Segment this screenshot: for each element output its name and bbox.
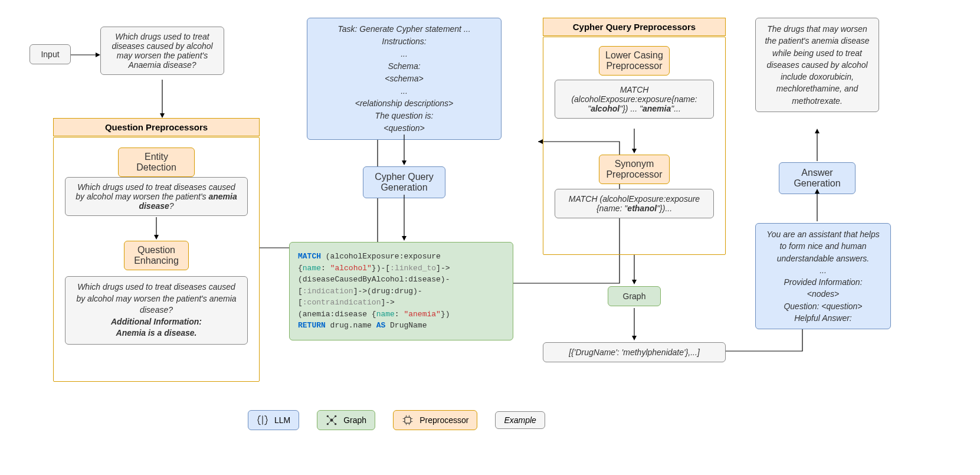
t: LLM	[274, 415, 290, 425]
t: Schema:	[388, 61, 420, 71]
graph-result: [{'DrugName': 'methylphenidate'},...]	[543, 342, 726, 362]
qp-title: Question Preprocessors	[53, 118, 260, 136]
lower-casing-label: Lower Casing Preprocessor	[599, 46, 670, 76]
t: <relationship descriptions>	[355, 99, 454, 108]
svg-marker-15	[632, 280, 637, 284]
svg-line-31	[332, 420, 336, 424]
svg-marker-22	[815, 189, 820, 194]
svg-marker-13	[632, 149, 637, 153]
arrow	[814, 189, 820, 221]
graph-node: Graph	[608, 286, 661, 306]
svg-marker-5	[154, 235, 159, 240]
legend-preprocessor: Preprocessor	[393, 410, 477, 430]
t: Helpful Answer:	[794, 313, 852, 323]
svg-marker-17	[632, 336, 637, 340]
t: Example	[504, 415, 536, 425]
t: Graph	[343, 415, 366, 425]
svg-line-29	[332, 416, 336, 420]
t: Lower Casing Preprocessor	[605, 50, 663, 71]
graph-icon	[326, 414, 337, 426]
t: Cypher Query Generation	[375, 172, 434, 192]
t: <schema>	[385, 74, 423, 83]
t: ...	[401, 86, 408, 96]
question-enhancing-label: Question Enhancing	[124, 241, 189, 270]
bold: Anemia is a disease.	[116, 328, 197, 338]
arrow	[401, 195, 407, 241]
t: "}) ... "	[620, 104, 643, 113]
t: "})...	[657, 204, 672, 213]
question-enhancing-example: Which drugs used to treat diseases cause…	[65, 276, 248, 345]
input-label: Input	[30, 44, 71, 64]
svg-marker-10	[402, 236, 407, 241]
arrow	[631, 129, 637, 153]
svg-marker-1	[96, 53, 100, 57]
arrow	[814, 129, 820, 161]
t: <question>	[384, 123, 424, 133]
entity-detection-example: Which drugs used to treat diseases cause…	[65, 177, 248, 216]
text: Question Enhancing	[134, 245, 179, 266]
legend-llm: LLM	[248, 410, 299, 430]
svg-line-30	[328, 420, 332, 424]
cqp-title: Cypher Query Preprocessors	[543, 18, 726, 36]
lower-casing-example: MATCH (alcoholExposure:exposure{name: "a…	[555, 80, 714, 119]
legend-example: Example	[495, 411, 545, 429]
svg-marker-20	[815, 129, 820, 133]
text: Which drugs used to treat diseases cause…	[76, 282, 236, 315]
bold: Additional Information:	[111, 317, 202, 326]
brain-icon	[257, 414, 268, 426]
t: <nodes>	[807, 289, 840, 299]
t: Task: Generate Cypher statement ...	[337, 24, 470, 34]
b: ethanol	[627, 204, 657, 213]
cypher-code-output: MATCH (alcoholExposure:exposure {name: "…	[289, 242, 513, 340]
t: Provided Information:	[784, 277, 862, 287]
input-question: Which drugs used to treat diseases cause…	[100, 27, 224, 75]
arrow	[71, 52, 100, 58]
t: Preprocessor	[419, 415, 468, 425]
legend-graph: Graph	[317, 410, 375, 430]
text: ?	[169, 201, 174, 211]
t: Answer Generation	[794, 168, 840, 188]
synonym-label: Synonym Preprocessor	[599, 155, 670, 184]
t: The question is:	[375, 111, 434, 120]
cypher-generation-label: Cypher Query Generation	[363, 166, 445, 198]
cypher-prompt-template: Task: Generate Cypher statement ... Inst…	[307, 18, 502, 140]
t: ...	[820, 266, 827, 275]
arrow	[401, 135, 407, 165]
final-answer: The drugs that may worsen the patient's …	[755, 18, 879, 112]
t: Instructions:	[382, 37, 426, 46]
svg-marker-3	[160, 113, 165, 118]
t: Synonym Preprocessor	[606, 159, 662, 179]
b: anemia	[643, 104, 671, 113]
chip-icon	[402, 414, 414, 426]
t: Question: <question>	[784, 302, 862, 311]
legend: LLM Graph Preprocessor Example	[248, 410, 545, 430]
arrow	[631, 255, 637, 284]
t: ...	[401, 49, 408, 58]
t: "...	[671, 104, 681, 113]
svg-line-28	[328, 416, 332, 420]
arrow	[159, 80, 165, 118]
svg-rect-32	[405, 417, 411, 423]
arrow	[153, 217, 159, 240]
b: alcohol	[591, 104, 620, 113]
answer-prompt-template: You are an assistant that helps to form …	[755, 223, 891, 329]
svg-marker-11	[538, 139, 543, 144]
entity-detection-label: Entity Detection	[118, 148, 195, 177]
synonym-example: MATCH (alcoholExposure:exposure {name: "…	[555, 189, 714, 218]
t: You are an assistant that helps to form …	[766, 230, 879, 263]
arrow	[631, 308, 637, 340]
svg-marker-8	[402, 160, 407, 165]
